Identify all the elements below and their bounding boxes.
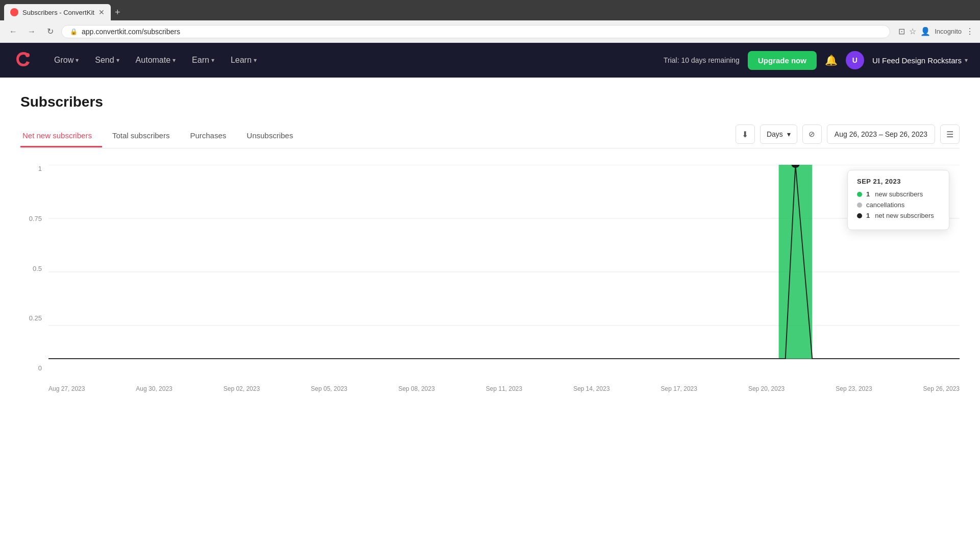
- address-bar[interactable]: 🔒 app.convertkit.com/subscribers: [61, 25, 890, 38]
- chart-area: 1 0.75 0.5 0.25 0: [20, 165, 960, 392]
- browser-extras: ⊡ ☆ 👤 Incognito ⋮: [898, 27, 974, 36]
- app-header: Grow ▾ Send ▾ Automate ▾ Earn ▾ Learn ▾ …: [0, 43, 980, 78]
- nav-item-learn[interactable]: Learn ▾: [224, 52, 264, 69]
- tabs-list: Net new subscribers Total subscribers Pu…: [20, 126, 736, 147]
- y-label-1: 1: [20, 165, 46, 172]
- back-btn[interactable]: ←: [6, 24, 20, 39]
- account-name[interactable]: UI Feed Design Rockstars ▾: [872, 56, 968, 65]
- x-label-aug27: Aug 27, 2023: [48, 385, 85, 392]
- days-dropdown[interactable]: Days ▾: [760, 124, 797, 144]
- address-text: app.convertkit.com/subscribers: [82, 28, 180, 36]
- logo[interactable]: [12, 48, 47, 72]
- trial-text: Trial: 10 days remaining: [664, 56, 740, 65]
- forward-btn[interactable]: →: [24, 24, 39, 39]
- tabs-row: Net new subscribers Total subscribers Pu…: [20, 124, 960, 148]
- browser-tab[interactable]: Subscribers - ConvertKit ✕: [4, 4, 111, 20]
- account-chevron: ▾: [965, 57, 968, 64]
- browser-chrome: Subscribers - ConvertKit ✕ + ← → ↻ 🔒 app…: [0, 0, 980, 43]
- send-chevron: ▾: [116, 57, 119, 64]
- nav-item-automate[interactable]: Automate ▾: [129, 52, 183, 69]
- x-label-sep02: Sep 02, 2023: [224, 385, 260, 392]
- x-label-sep08: Sep 08, 2023: [398, 385, 434, 392]
- nav-items: Grow ▾ Send ▾ Automate ▾ Earn ▾ Learn ▾: [47, 52, 664, 69]
- y-label-075: 0.75: [20, 215, 46, 222]
- svg-point-0: [12, 48, 35, 70]
- nav-item-grow[interactable]: Grow ▾: [47, 52, 86, 69]
- grid-view-btn[interactable]: ☰: [940, 124, 960, 144]
- bookmark-icon[interactable]: ☆: [909, 27, 916, 36]
- y-label-0: 0: [20, 364, 46, 372]
- main-content: Subscribers Net new subscribers Total su…: [0, 78, 980, 551]
- new-tab-btn[interactable]: +: [111, 4, 125, 20]
- y-label-025: 0.25: [20, 314, 46, 322]
- x-label-sep17: Sep 17, 2023: [661, 385, 697, 392]
- tabs-controls: ⬇ Days ▾ ⊘ Aug 26, 2023 – Sep 26, 2023 ☰: [736, 124, 960, 148]
- header-right: Trial: 10 days remaining Upgrade now 🔔 U…: [664, 51, 968, 70]
- days-label: Days: [767, 130, 783, 138]
- incognito-label: Incognito: [935, 28, 962, 35]
- x-label-sep11: Sep 11, 2023: [486, 385, 522, 392]
- x-label-sep23: Sep 23, 2023: [836, 385, 872, 392]
- browser-controls: ← → ↻ 🔒 app.convertkit.com/subscribers ⊡…: [0, 20, 980, 43]
- earn-chevron: ▾: [211, 57, 214, 64]
- x-label-sep05: Sep 05, 2023: [311, 385, 347, 392]
- tab-close-btn[interactable]: ✕: [99, 8, 105, 16]
- tab-total-subscribers[interactable]: Total subscribers: [110, 126, 180, 147]
- page-title: Subscribers: [20, 94, 960, 110]
- svg-point-1: [26, 53, 30, 57]
- tab-favicon: [10, 8, 18, 16]
- x-label-sep14: Sep 14, 2023: [573, 385, 609, 392]
- days-chevron: ▾: [787, 130, 791, 138]
- lock-icon: 🔒: [70, 28, 78, 35]
- extensions-icon[interactable]: ⋮: [966, 27, 974, 36]
- tab-unsubscribes[interactable]: Unsubscribes: [244, 126, 303, 147]
- chart-container: SEP 21, 2023 1 new subscribers cancellat…: [48, 165, 960, 381]
- upgrade-btn[interactable]: Upgrade now: [748, 51, 817, 70]
- tab-title: Subscribers - ConvertKit: [22, 9, 94, 16]
- refresh-btn[interactable]: ↻: [43, 24, 57, 39]
- download-btn[interactable]: ⬇: [736, 124, 755, 144]
- cast-icon[interactable]: ⊡: [898, 27, 905, 36]
- chart-svg: [48, 165, 960, 379]
- x-label-sep26: Sep 26, 2023: [923, 385, 960, 392]
- chart-bar-sep21: [779, 165, 813, 359]
- filter-btn[interactable]: ⊘: [802, 124, 822, 144]
- chart-line: [48, 165, 960, 359]
- profile-icon[interactable]: 👤: [920, 27, 930, 36]
- grid-icon: ☰: [946, 130, 953, 139]
- download-icon: ⬇: [742, 130, 748, 139]
- x-label-sep20: Sep 20, 2023: [748, 385, 785, 392]
- grow-chevron: ▾: [76, 57, 79, 64]
- date-range-picker[interactable]: Aug 26, 2023 – Sep 26, 2023: [827, 124, 935, 144]
- nav-item-earn[interactable]: Earn ▾: [185, 52, 222, 69]
- learn-chevron: ▾: [254, 57, 257, 64]
- filter-icon: ⊘: [808, 130, 815, 139]
- avatar[interactable]: U: [846, 51, 864, 69]
- tab-net-new-subscribers[interactable]: Net new subscribers: [20, 126, 102, 147]
- bell-icon[interactable]: 🔔: [825, 54, 838, 66]
- x-axis-labels: Aug 27, 2023 Aug 30, 2023 Sep 02, 2023 S…: [48, 381, 960, 392]
- nav-item-send[interactable]: Send ▾: [88, 52, 126, 69]
- automate-chevron: ▾: [173, 57, 176, 64]
- x-label-aug30: Aug 30, 2023: [136, 385, 172, 392]
- tab-bar: Subscribers - ConvertKit ✕ +: [0, 0, 980, 20]
- y-axis-labels: 1 0.75 0.5 0.25 0: [20, 165, 46, 372]
- tab-purchases[interactable]: Purchases: [188, 126, 236, 147]
- y-label-05: 0.5: [20, 265, 46, 272]
